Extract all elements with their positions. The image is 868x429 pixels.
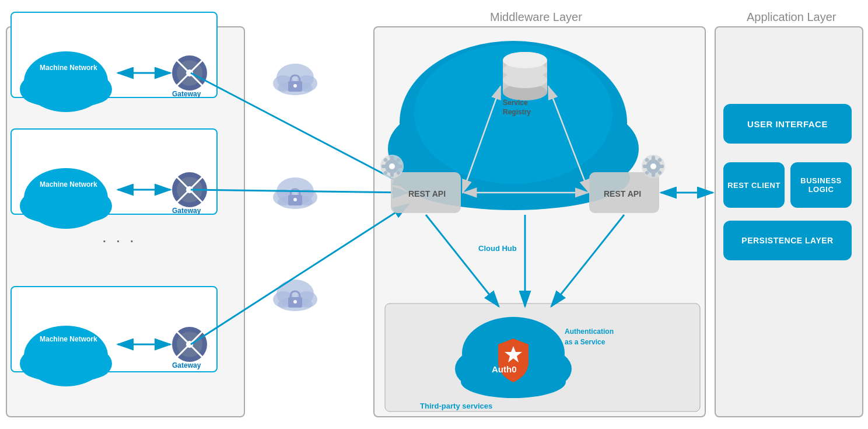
middleware-layer-box — [373, 26, 706, 417]
fablab1-label: FABLAB #1 — [20, 83, 61, 92]
svg-point-37 — [278, 81, 313, 95]
fablab2-label: FABLAB #2 — [20, 200, 61, 209]
fablabn-label: FABLAB #N — [20, 358, 62, 367]
svg-point-47 — [273, 291, 294, 308]
fablab2-box: FABLAB #2 — [10, 128, 218, 215]
svg-point-49 — [278, 297, 313, 311]
svg-point-45 — [293, 198, 297, 201]
fablabn-box: FABLAB #N — [10, 286, 218, 372]
svg-point-41 — [273, 189, 294, 205]
svg-point-46 — [276, 280, 314, 308]
middleware-layer-header: Middleware Layer — [490, 11, 582, 24]
diagram-container: Service Layer Middleware Layer Applicati… — [0, 0, 868, 429]
svg-point-48 — [296, 291, 317, 308]
svg-rect-44 — [288, 195, 302, 205]
svg-point-36 — [296, 75, 317, 92]
business-logic-button[interactable]: BUSINESS LOGIC — [790, 162, 852, 208]
fablab1-box: FABLAB #1 — [10, 12, 218, 98]
ui-button[interactable]: USER INTERFACE — [723, 104, 852, 144]
svg-point-40 — [276, 177, 314, 205]
svg-point-34 — [276, 64, 314, 92]
svg-point-51 — [293, 300, 297, 304]
svg-rect-38 — [288, 81, 302, 92]
lock2-cloud — [273, 177, 317, 209]
svg-point-35 — [273, 75, 294, 92]
rest-client-button[interactable]: REST CLIENT — [723, 162, 785, 208]
lock1-cloud — [273, 64, 317, 95]
persistence-button[interactable]: PERSISTENCE LAYER — [723, 221, 852, 260]
lock3-cloud — [273, 280, 317, 311]
svg-point-43 — [278, 195, 313, 209]
dots: . . . — [102, 228, 136, 246]
svg-point-39 — [293, 84, 297, 88]
svg-point-42 — [296, 189, 317, 205]
application-layer-header: Application Layer — [747, 11, 836, 24]
svg-rect-50 — [288, 297, 302, 308]
